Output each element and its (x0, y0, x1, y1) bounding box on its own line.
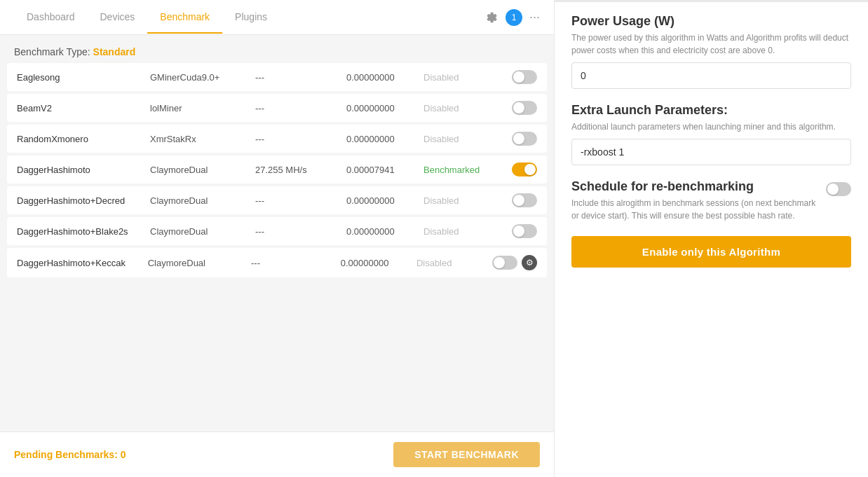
algo-speed: --- (255, 72, 339, 83)
schedule-text: Schedule for re-benchmarking Include thi… (571, 179, 819, 222)
algo-status: Benchmarked (423, 165, 494, 175)
extra-params-title: Extra Launch Parameters: (571, 103, 851, 118)
toggle-switch[interactable] (512, 224, 537, 238)
bottom-bar: Pending Benchmarks: 0 START BENCHMARK (0, 431, 554, 477)
nav-tabs: Dashboard Devices Benchmark Plugins (14, 1, 482, 34)
algo-profit: 0.00007941 (346, 165, 416, 175)
algorithm-table: Eaglesong GMinerCuda9.0+ --- 0.00000000 … (0, 63, 554, 431)
toggle-switch[interactable] (512, 70, 537, 84)
algo-name: DaggerHashimoto+Keccak (17, 258, 141, 268)
algo-toggle (512, 224, 537, 238)
algo-speed: --- (255, 103, 339, 113)
schedule-desc: Include this alrogithm in benchmark sess… (571, 197, 819, 222)
notification-badge[interactable]: 1 (506, 9, 522, 26)
algo-miner: ClaymoreDual (150, 226, 248, 237)
tab-devices[interactable]: Devices (88, 1, 148, 34)
table-row: DaggerHashimoto+Keccak ClaymoreDual --- … (7, 248, 547, 277)
algo-speed: --- (255, 134, 339, 144)
nav-icons: 1 ··· (482, 9, 540, 26)
algo-toggle (512, 163, 537, 177)
algo-profit: 0.00000000 (341, 258, 409, 268)
algo-profit: 0.00000000 (346, 103, 416, 113)
table-row: RandomXmonero XmrStakRx --- 0.00000000 D… (7, 125, 547, 153)
power-usage-section: Power Usage (W) The power used by this a… (571, 14, 851, 89)
toggle-switch[interactable] (512, 193, 537, 207)
algo-miner: XmrStakRx (150, 134, 248, 144)
algo-speed: --- (255, 226, 339, 237)
algo-miner: ClaymoreDual (150, 165, 248, 175)
benchmark-type-value: Standard (93, 46, 136, 57)
algo-status: Disabled (423, 103, 494, 113)
extra-params-input[interactable] (571, 139, 851, 165)
algo-speed: 27.255 MH/s (255, 165, 339, 175)
benchmark-header: Benchmark Type: Standard (0, 35, 554, 63)
algo-name: DaggerHashimoto+Blake2s (17, 226, 143, 237)
table-row: DaggerHashimoto+Decred ClaymoreDual --- … (7, 186, 547, 214)
table-row: BeamV2 lolMiner --- 0.00000000 Disabled (7, 94, 547, 122)
algo-name: Eaglesong (17, 72, 143, 83)
algo-speed: --- (251, 258, 334, 268)
benchmark-type-label: Benchmark Type: (14, 46, 90, 57)
start-benchmark-button[interactable]: START BENCHMARK (393, 442, 540, 467)
table-row: Eaglesong GMinerCuda9.0+ --- 0.00000000 … (7, 63, 547, 91)
schedule-title: Schedule for re-benchmarking (571, 179, 819, 194)
algo-status: Disabled (423, 134, 494, 144)
algo-name: DaggerHashimoto (17, 165, 143, 175)
tab-benchmark[interactable]: Benchmark (147, 1, 222, 34)
algo-status: Disabled (423, 195, 494, 206)
right-panel: Power Usage (W) The power used by this a… (554, 0, 868, 477)
settings-icon[interactable] (482, 9, 499, 26)
extra-params-section: Extra Launch Parameters: Additional laun… (571, 103, 851, 165)
algo-profit: 0.00000000 (346, 195, 416, 206)
toggle-switch[interactable] (492, 256, 517, 270)
algo-miner: ClaymoreDual (148, 258, 244, 268)
algo-profit: 0.00000000 (346, 72, 416, 83)
algo-name: DaggerHashimoto+Decred (17, 195, 143, 206)
power-usage-desc: The power used by this algorithm in Watt… (571, 32, 851, 57)
algo-name: RandomXmonero (17, 134, 143, 144)
algo-toggle (512, 101, 537, 115)
algo-miner: GMinerCuda9.0+ (150, 72, 248, 83)
enable-algorithm-button[interactable]: Enable only this Algorithm (571, 236, 851, 268)
algo-profit: 0.00000000 (346, 134, 416, 144)
nav-bar: Dashboard Devices Benchmark Plugins 1 ··… (0, 0, 554, 35)
toggle-switch[interactable] (512, 132, 537, 146)
toggle-switch[interactable] (512, 163, 537, 177)
left-panel: Dashboard Devices Benchmark Plugins 1 ··… (0, 0, 554, 477)
extra-params-desc: Additional launch parameters when launch… (571, 120, 851, 133)
table-row: DaggerHashimoto ClaymoreDual 27.255 MH/s… (7, 155, 547, 184)
tab-dashboard[interactable]: Dashboard (14, 1, 88, 34)
algo-toggle (512, 193, 537, 207)
power-usage-input[interactable] (571, 62, 851, 89)
schedule-toggle[interactable] (826, 182, 851, 196)
algo-toggle (512, 132, 537, 146)
table-row: DaggerHashimoto+Blake2s ClaymoreDual ---… (7, 217, 547, 245)
algo-profit: 0.00000000 (346, 226, 416, 237)
pending-benchmarks-label: Pending Benchmarks: 0 (14, 449, 126, 460)
algo-status: Disabled (416, 258, 485, 268)
more-icon[interactable]: ··· (529, 10, 540, 25)
tab-plugins[interactable]: Plugins (222, 1, 280, 34)
schedule-section: Schedule for re-benchmarking Include thi… (571, 179, 851, 222)
algo-miner: ClaymoreDual (150, 195, 248, 206)
algo-speed: --- (255, 195, 339, 206)
schedule-row: Schedule for re-benchmarking Include thi… (571, 179, 851, 222)
algo-status: Disabled (423, 72, 494, 83)
algo-toggle (512, 70, 537, 84)
algo-toggle: ⚙ (492, 255, 537, 270)
algo-status: Disabled (423, 226, 494, 237)
algo-settings-icon[interactable]: ⚙ (522, 255, 537, 270)
toggle-switch[interactable] (512, 101, 537, 115)
algo-miner: lolMiner (150, 103, 248, 113)
algo-name: BeamV2 (17, 103, 143, 113)
power-usage-title: Power Usage (W) (571, 14, 851, 29)
